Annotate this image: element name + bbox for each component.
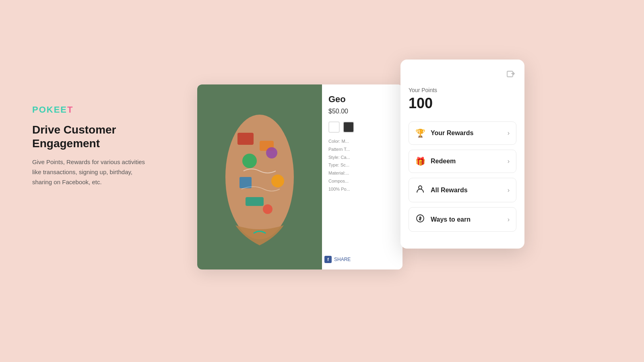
svg-point-6 bbox=[271, 175, 284, 187]
meta-poly: 100% Po... bbox=[328, 185, 396, 193]
page-headline: Drive Customer Engagement bbox=[32, 123, 153, 150]
meta-pattern: Pattern T... bbox=[328, 146, 396, 154]
facebook-share[interactable]: f SHARE bbox=[324, 256, 351, 263]
product-price: $50.00 bbox=[328, 108, 396, 115]
logo-e: E bbox=[60, 105, 67, 115]
money-icon bbox=[415, 214, 425, 225]
person-icon bbox=[415, 185, 425, 195]
svg-point-8 bbox=[263, 204, 272, 214]
svg-rect-7 bbox=[246, 197, 264, 206]
share-label: SHARE bbox=[334, 257, 351, 262]
meta-type: Type: Sc... bbox=[328, 161, 396, 169]
your-rewards-item[interactable]: 🏆 Your Rewards › bbox=[409, 121, 516, 145]
redeem-item[interactable]: 🎁 Redeem › bbox=[409, 150, 516, 173]
logo-t: T bbox=[67, 105, 73, 115]
all-rewards-label: All Rewards bbox=[431, 187, 468, 194]
product-details: Geo $50.00 Color: M... Pattern T... Styl… bbox=[322, 84, 402, 269]
all-rewards-left: All Rewards bbox=[415, 185, 468, 195]
points-label: Your Points bbox=[409, 87, 516, 93]
rewards-panel: Your Points 100 🏆 Your Rewards › 🎁 Redee… bbox=[400, 60, 524, 249]
rewards-header bbox=[409, 69, 516, 80]
redeem-chevron: › bbox=[508, 158, 510, 165]
color-swatches bbox=[328, 121, 396, 133]
all-rewards-item[interactable]: All Rewards › bbox=[409, 178, 516, 202]
page-description: Give Points, Rewards for various activit… bbox=[32, 157, 153, 187]
ways-to-earn-label: Ways to earn bbox=[431, 216, 471, 223]
svg-point-3 bbox=[242, 154, 257, 168]
your-rewards-left: 🏆 Your Rewards bbox=[415, 128, 473, 138]
swatch-dark[interactable] bbox=[343, 121, 354, 133]
your-rewards-chevron: › bbox=[508, 130, 510, 137]
svg-point-0 bbox=[225, 115, 294, 239]
product-image-area bbox=[197, 84, 322, 269]
all-rewards-chevron: › bbox=[508, 187, 510, 194]
shop-panel: Geo $50.00 Color: M... Pattern T... Styl… bbox=[197, 84, 402, 269]
svg-rect-1 bbox=[237, 133, 254, 145]
svg-point-4 bbox=[266, 147, 277, 158]
redeem-label: Redeem bbox=[431, 158, 456, 165]
your-rewards-label: Your Rewards bbox=[431, 130, 473, 137]
meta-composition: Compos... bbox=[328, 177, 396, 185]
svg-rect-9 bbox=[507, 71, 513, 77]
product-meta: Color: M... Pattern T... Style: Ca... Ty… bbox=[328, 138, 396, 193]
swatch-white[interactable] bbox=[328, 121, 340, 133]
facebook-icon: f bbox=[324, 256, 332, 263]
logo-poket: POKE bbox=[32, 105, 60, 115]
ways-to-earn-chevron: › bbox=[508, 216, 510, 223]
points-value: 100 bbox=[409, 95, 516, 112]
ways-to-earn-left: Ways to earn bbox=[415, 214, 471, 225]
ways-to-earn-item[interactable]: Ways to earn › bbox=[409, 207, 516, 232]
trophy-icon: 🏆 bbox=[415, 128, 425, 138]
exit-icon[interactable] bbox=[505, 69, 516, 80]
left-section: POKEET Drive Customer Engagement Give Po… bbox=[32, 105, 153, 187]
meta-style: Style: Ca... bbox=[328, 154, 396, 162]
meta-material: Material:... bbox=[328, 169, 396, 177]
redeem-left: 🎁 Redeem bbox=[415, 156, 456, 166]
meta-color: Color: M... bbox=[328, 138, 396, 146]
product-image-svg bbox=[215, 109, 304, 245]
logo: POKEET bbox=[32, 105, 153, 115]
gift-icon: 🎁 bbox=[415, 156, 425, 166]
product-title: Geo bbox=[328, 94, 396, 105]
svg-point-10 bbox=[419, 186, 422, 189]
